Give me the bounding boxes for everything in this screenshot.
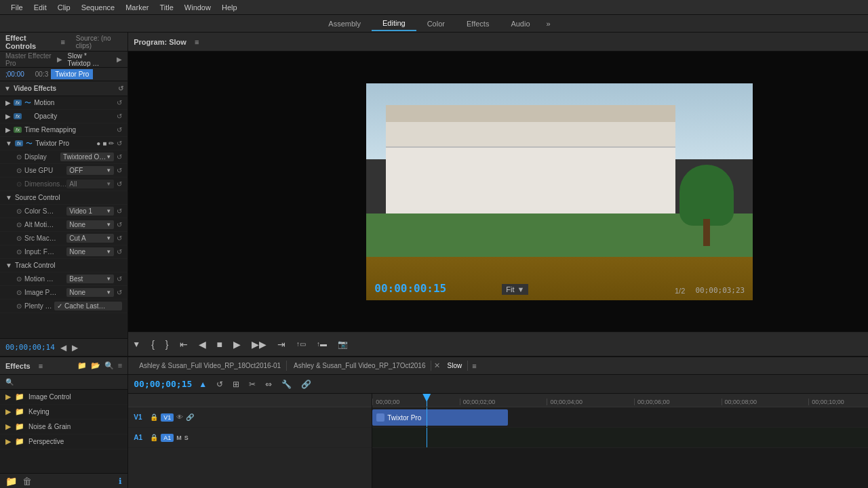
tl-link-toggle[interactable]: 🔗 [298, 378, 314, 390]
image-p-value[interactable]: None ▼ [66, 288, 114, 297]
pb-lift-btn[interactable]: ↑▭ [292, 338, 310, 350]
workspace-more-icon[interactable]: » [547, 20, 551, 28]
image-p-reset[interactable]: ↺ [117, 289, 122, 296]
motion-best-value[interactable]: Best ▼ [66, 274, 114, 283]
pb-step-back-btn[interactable]: ◀ [195, 336, 210, 352]
color-s-arrow[interactable]: ▼ [106, 208, 111, 214]
menu-clip[interactable]: Clip [52, 2, 76, 13]
eff-new-bin-icon[interactable]: 📂 [91, 361, 100, 370]
pb-play-btn[interactable]: ▶ [229, 336, 245, 352]
menu-title[interactable]: Title [154, 2, 178, 13]
a1-m-btn[interactable]: M [176, 434, 182, 441]
program-monitor-menu-icon[interactable]: ≡ [195, 38, 199, 46]
tl-seq-2-tab[interactable]: Ashley & Susan_Full Video_RP_17Oct2016 [288, 361, 431, 371]
tl-rolling-tool[interactable]: ⊞ [230, 378, 242, 390]
src-mac-arrow[interactable]: ▼ [106, 235, 111, 241]
input-f-value[interactable]: None ▼ [66, 247, 114, 256]
tab-audio[interactable]: Audio [500, 17, 540, 30]
reset-all-icon[interactable]: ↺ [118, 85, 123, 92]
effects-search-input[interactable] [16, 378, 122, 386]
src-mac-reset[interactable]: ↺ [117, 235, 122, 242]
display-dropdown-arrow[interactable]: ▼ [106, 154, 111, 160]
eff-item-noise-grain[interactable]: ▶ 📁 Noise & Grain [0, 420, 127, 434]
track-expand-arrow[interactable]: ▼ [5, 262, 12, 269]
fit-dropdown-arrow[interactable]: ▼ [517, 285, 524, 293]
time-remapping-row[interactable]: ▶ fx Time Remapping ↺ [0, 123, 127, 137]
motion-effect-row[interactable]: ▶ fx 〜 Motion ↺ [0, 96, 127, 110]
tl-slip-tool[interactable]: ⇔ [262, 378, 275, 390]
keyframe-marker-block[interactable]: Twixtor Pro [51, 69, 93, 79]
v1-vis-badge[interactable]: V1 [161, 413, 174, 422]
eff-item-keying[interactable]: ▶ 📁 Keying [0, 405, 127, 420]
tl-snap-toggle[interactable]: 🔧 [279, 378, 294, 390]
twixtor-icon-pencil[interactable]: ✏ [108, 140, 114, 147]
pb-go-out-btn[interactable]: ⇥ [273, 336, 290, 352]
tab-editing[interactable]: Editing [372, 16, 416, 31]
twixtor-clip[interactable]: Twixtor Pro [372, 409, 508, 426]
menu-file[interactable]: File [5, 2, 28, 13]
timeline-tracks-area[interactable]: 00;00;00 00;00;02;00 00;00;04;00 00;00;0… [372, 394, 868, 488]
motion-reset-icon[interactable]: ↺ [117, 99, 122, 106]
sequence-arrow[interactable]: ▶ [57, 56, 62, 63]
v1-link-icon[interactable]: 🔗 [186, 413, 194, 421]
image-p-arrow[interactable]: ▼ [106, 289, 111, 296]
pb-in-point-btn[interactable]: { [147, 336, 159, 352]
menu-marker[interactable]: Marker [120, 2, 154, 13]
time-expand-arrow[interactable]: ▶ [5, 126, 11, 134]
opacity-expand-arrow[interactable]: ▶ [5, 113, 11, 120]
color-s-row[interactable]: ⊙ Color S… Video 1 ▼ ↺ [0, 205, 127, 218]
alt-moti-value[interactable]: None ▼ [66, 220, 114, 229]
time-reset-icon[interactable]: ↺ [117, 126, 122, 134]
opacity-effect-row[interactable]: ▶ fx Opacity ↺ [0, 110, 127, 123]
effect-controls-menu-icon[interactable]: ≡ [60, 38, 64, 46]
pb-extract-btn[interactable]: ↑▬ [313, 338, 331, 350]
dim-dropdown-arrow[interactable]: ▼ [106, 181, 111, 187]
twixtor-pro-row[interactable]: ▼ fx 〜 Twixtor Pro ● ■ ✏ ↺ [0, 137, 127, 150]
display-prop-value[interactable]: Twixtored O… ▼ [60, 152, 114, 161]
a1-track-area[interactable] [372, 428, 868, 448]
video-effects-arrow[interactable]: ▼ [4, 85, 11, 92]
use-gpu-prop-value[interactable]: OFF ▼ [66, 166, 114, 175]
use-gpu-prop-row[interactable]: ⊙ Use GPU OFF ▼ ↺ [0, 164, 127, 178]
twixtor-icon-circle[interactable]: ● [96, 140, 100, 147]
eff-list-view-icon[interactable]: ≡ [118, 361, 122, 370]
v1-eye-icon[interactable]: 👁 [176, 413, 183, 421]
menu-sequence[interactable]: Sequence [76, 2, 121, 13]
motion-best-arrow[interactable]: ▼ [106, 276, 111, 282]
pb-marker-btn[interactable]: ▼ [128, 337, 144, 352]
tl-selection-tool[interactable]: ▲ [196, 378, 210, 390]
tl-seq-2-close[interactable]: ✕ [434, 361, 440, 370]
sequence-play-icon[interactable]: ▶ [117, 56, 122, 63]
sequence-name[interactable]: Slow * Twixtор … [68, 52, 112, 67]
tl-seq-slow-menu[interactable]: ≡ [472, 362, 476, 370]
motion-best-reset[interactable]: ↺ [117, 275, 122, 283]
new-folder-btn[interactable]: 📁 [5, 476, 17, 487]
alt-moti-arrow[interactable]: ▼ [106, 222, 111, 228]
twixtor-reset-icon[interactable]: ↺ [117, 140, 122, 147]
effects-library-menu-icon[interactable]: ≡ [39, 362, 43, 370]
v1-lock-icon[interactable]: 🔒 [150, 413, 158, 421]
menu-edit[interactable]: Edit [28, 2, 52, 13]
menu-help[interactable]: Help [216, 2, 243, 13]
pb-stop-btn[interactable]: ■ [213, 336, 226, 352]
transport-prev-btn[interactable]: ◀ [60, 343, 66, 352]
alt-moti-row[interactable]: ⊙ Alt Moti… None ▼ ↺ [0, 218, 127, 232]
eff-item-image-control[interactable]: ▶ 📁 Image Control [0, 390, 127, 405]
a1-s-btn[interactable]: S [184, 434, 189, 441]
pb-step-fwd-btn[interactable]: ▶▶ [248, 336, 271, 352]
a1-vis-badge[interactable]: A1 [161, 434, 174, 442]
color-s-value[interactable]: Video 1 ▼ [66, 207, 114, 216]
menu-window[interactable]: Window [179, 2, 216, 13]
twixtor-expand-arrow[interactable]: ▼ [5, 140, 12, 147]
image-p-row[interactable]: ⊙ Image P… None ▼ ↺ [0, 286, 127, 300]
eff-item-perspective[interactable]: ▶ 📁 Perspective [0, 434, 127, 449]
use-gpu-dropdown-arrow[interactable]: ▼ [106, 167, 111, 174]
tl-ripple-tool[interactable]: ↺ [214, 378, 226, 390]
display-reset-icon[interactable]: ↺ [117, 153, 122, 161]
dim-reset-icon[interactable]: ↺ [117, 180, 122, 188]
source-control-header[interactable]: ▼ Source Control [0, 191, 127, 205]
tab-color[interactable]: Color [416, 17, 456, 30]
delete-item-btn[interactable]: 🗑 [22, 476, 32, 487]
opacity-reset-icon[interactable]: ↺ [117, 113, 122, 120]
eff-new-folder-icon[interactable]: 📁 [77, 361, 87, 370]
